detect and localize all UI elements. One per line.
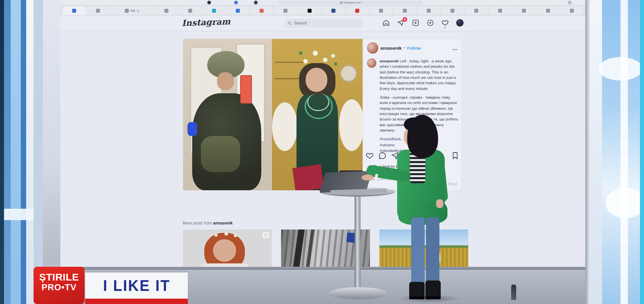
search-box[interactable]	[284, 19, 363, 28]
studio-left-frame-bar	[26, 0, 34, 304]
instagram-page: Instagram 6	[60, 15, 585, 267]
tab-favicon	[474, 9, 478, 13]
browser-tab[interactable]	[369, 6, 392, 15]
browser-tab[interactable]	[322, 6, 345, 15]
browser-tab[interactable]	[465, 6, 488, 15]
browser-tab[interactable]	[179, 6, 202, 15]
browser-extension-icon[interactable]	[234, 1, 238, 4]
explore-icon[interactable]	[427, 19, 434, 27]
post-author-avatar[interactable]	[367, 42, 378, 54]
presenter-hair-fringe	[404, 117, 428, 132]
show-title: I LIKE IT	[103, 276, 170, 295]
channel-logo: ȘTIRILE PRO•TV	[34, 267, 85, 304]
browser-tab[interactable]	[226, 6, 250, 15]
more-posts-prefix: More posts from	[183, 221, 212, 225]
tab-favicon	[379, 9, 383, 13]
follow-button[interactable]: Follow	[407, 46, 421, 51]
studio-left-edge	[0, 0, 4, 304]
tab-favicon	[72, 9, 76, 13]
post-image-right-traditional-outfit	[272, 39, 363, 190]
more-posts-username[interactable]: annasenik	[213, 221, 233, 225]
search-input[interactable]	[293, 20, 360, 26]
tactical-bag	[201, 136, 240, 172]
browser-tab[interactable]	[441, 6, 464, 15]
post-image[interactable]	[183, 39, 363, 190]
browser-tab[interactable]	[62, 6, 86, 15]
blouse-sleeve-right	[339, 99, 363, 151]
post-author-username[interactable]: annasenik	[380, 46, 402, 51]
channel-name-line1: ȘTIRILE	[34, 271, 85, 283]
tab-favicon	[212, 9, 216, 13]
browser-tab[interactable]	[250, 6, 273, 15]
create-icon[interactable]	[412, 19, 419, 27]
browser-tab[interactable]	[155, 6, 178, 15]
browser-tab[interactable]	[274, 6, 297, 15]
messenger-icon[interactable]: 6	[397, 19, 405, 27]
blue-armband	[187, 122, 197, 136]
facebook-extension-icon[interactable]	[207, 1, 211, 4]
browser-tab[interactable]: Taft - L	[110, 6, 154, 15]
tab-favicon	[164, 9, 168, 13]
wall-clock	[340, 65, 357, 82]
notifications-icon[interactable]	[441, 19, 449, 27]
phone-orange	[240, 75, 252, 104]
presenter-boot	[425, 281, 441, 299]
tab-favicon	[125, 9, 129, 13]
tab-favicon	[522, 9, 526, 13]
browser-tab-strip: Taft - L	[60, 5, 585, 15]
browser-tab[interactable]	[298, 6, 321, 15]
profile-avatar[interactable]	[456, 19, 464, 27]
profile-toolbar-icon[interactable]	[568, 1, 572, 4]
tab-favicon	[308, 9, 312, 13]
messenger-badge: 6	[402, 17, 407, 22]
browser-tab-title: Taft - L	[130, 9, 140, 12]
browser-tab[interactable]	[86, 6, 109, 15]
shelf	[275, 78, 302, 79]
caption-paragraph-en: annasenik Left - today, right - a week a…	[380, 58, 459, 91]
post-image-left-military-selfie	[183, 39, 272, 190]
studio-left-mullion	[4, 209, 34, 220]
tab-favicon	[450, 9, 454, 13]
browser-tab[interactable]	[417, 6, 440, 15]
comment-post-button[interactable]: Post	[448, 182, 457, 187]
presenter-right-hand	[362, 174, 374, 181]
caption-author-avatar[interactable]	[367, 58, 376, 68]
bead-necklace-inner	[307, 93, 329, 111]
tab-favicon	[427, 9, 431, 13]
browser-tab[interactable]	[203, 6, 226, 15]
username-separator: •	[404, 46, 405, 50]
tab-favicon	[355, 9, 359, 13]
red-sash	[292, 164, 324, 190]
studio-right-mullion	[621, 0, 628, 304]
tab-favicon	[498, 9, 502, 13]
studio-right-cyan-strip	[640, 0, 644, 304]
tab-favicon	[260, 9, 264, 13]
browser-tab[interactable]	[536, 6, 559, 15]
grid-thumbnail-portrait[interactable]	[183, 230, 272, 267]
instagram-logo[interactable]: Instagram	[182, 16, 231, 28]
table-base	[329, 287, 388, 299]
studio-left-wall	[34, 0, 43, 304]
browser-tab[interactable]	[393, 6, 416, 15]
browser-tab[interactable]	[345, 6, 369, 15]
browser-tab[interactable]	[560, 6, 583, 15]
presenter-left-hand	[436, 199, 443, 208]
screen-bottom-edge	[59, 267, 586, 270]
presenter-leg	[426, 217, 439, 283]
more-options-button[interactable]: …	[452, 45, 458, 51]
like-icon[interactable]	[366, 152, 374, 160]
tab-favicon	[403, 9, 407, 13]
comment-icon[interactable]	[378, 152, 386, 160]
tab-favicon	[188, 9, 192, 13]
shield-extension-icon[interactable]	[254, 1, 258, 4]
studio-right-frame-bar	[590, 0, 602, 304]
home-icon[interactable]	[382, 19, 390, 27]
caption-username[interactable]: annasenik	[380, 59, 399, 63]
presentation-screen: instagram.com Taft - L Instagram	[60, 0, 585, 269]
browser-tab[interactable]	[489, 6, 512, 15]
bookmark-icon[interactable]	[451, 152, 459, 160]
address-bar[interactable]: instagram.com	[278, 1, 423, 4]
more-posts-label: More posts from annasenik	[183, 221, 233, 225]
browser-tab[interactable]	[513, 6, 536, 15]
channel-name-line2: PRO•TV	[34, 283, 85, 293]
